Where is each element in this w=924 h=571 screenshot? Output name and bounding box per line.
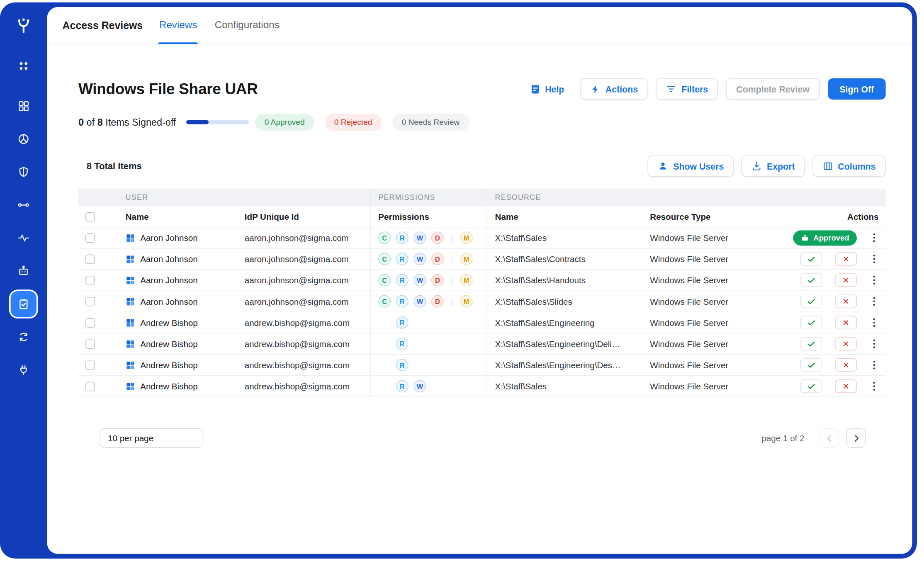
user-name: Aaron Johnson xyxy=(140,275,198,285)
show-users-button[interactable]: Show Users xyxy=(648,156,734,177)
export-button[interactable]: Export xyxy=(742,156,805,177)
row-menu-button[interactable] xyxy=(870,318,878,328)
sign-off-button[interactable]: Sign Off xyxy=(828,78,886,100)
prev-page-button[interactable] xyxy=(819,428,839,448)
permission-slot-w: W xyxy=(413,380,426,392)
row-menu-button[interactable] xyxy=(870,254,878,264)
sidebar-item-plug[interactable] xyxy=(11,357,37,383)
row-menu-button[interactable] xyxy=(870,360,878,370)
row-checkbox[interactable] xyxy=(85,339,95,349)
check-icon xyxy=(807,275,816,285)
reject-button[interactable] xyxy=(835,252,857,266)
x-icon xyxy=(842,255,849,262)
permission-slot-d xyxy=(431,316,444,329)
tab-reviews[interactable]: Reviews xyxy=(158,7,198,44)
row-menu-button[interactable] xyxy=(870,381,878,391)
permission-slot-m xyxy=(460,316,473,329)
row-checkbox[interactable] xyxy=(85,381,95,391)
row-menu-button[interactable] xyxy=(870,275,878,285)
per-page-select[interactable]: 10 per page xyxy=(100,428,203,448)
row-checkbox[interactable] xyxy=(85,360,95,370)
resource-name: X:\Staff\Sales xyxy=(487,376,645,397)
reject-button[interactable] xyxy=(835,337,857,351)
approve-button[interactable] xyxy=(800,316,822,330)
tab-configurations[interactable]: Configurations xyxy=(214,7,280,44)
permission-slot-w: W xyxy=(413,295,426,308)
permission-divider: | xyxy=(449,297,455,306)
table-row: Andrew Bishop andrew.bishop@sigma.com R … xyxy=(78,354,886,375)
approve-button[interactable] xyxy=(800,294,822,308)
pager: page 1 of 2 xyxy=(761,428,866,448)
complete-review-button[interactable]: Complete Review xyxy=(726,78,819,100)
permission-slot-w xyxy=(413,316,426,329)
approved-status-pill[interactable]: Approved xyxy=(793,230,857,245)
row-checkbox[interactable] xyxy=(85,296,95,306)
chevron-left-icon xyxy=(824,433,835,444)
row-menu-button[interactable] xyxy=(870,339,878,349)
group-header-resource: RESOURCE xyxy=(487,189,886,207)
kebab-icon xyxy=(873,381,875,391)
sidebar-item-apps[interactable] xyxy=(11,53,37,79)
approve-button[interactable] xyxy=(800,273,822,287)
x-icon xyxy=(842,319,849,326)
permission-slot-c xyxy=(378,359,391,371)
user-name: Andrew Bishop xyxy=(140,339,198,349)
columns-button[interactable]: Columns xyxy=(812,156,885,177)
x-icon xyxy=(842,340,849,347)
sidebar-item-integration[interactable] xyxy=(11,192,37,218)
row-checkbox[interactable] xyxy=(85,318,95,328)
actions-button[interactable]: Actions xyxy=(581,78,648,100)
sidebar-item-shield[interactable] xyxy=(11,159,37,185)
help-button[interactable]: Help xyxy=(526,83,568,95)
nav-tabs: ReviewsConfigurations xyxy=(158,7,280,44)
check-icon xyxy=(807,339,816,349)
approve-button[interactable] xyxy=(800,379,822,393)
sidebar-item-globe[interactable] xyxy=(11,126,37,152)
x-icon xyxy=(842,298,849,305)
reject-button[interactable] xyxy=(835,294,857,308)
permission-slot-r: R xyxy=(396,295,409,308)
table-row: Aaron Johnson aaron.johnson@sigma.com CR… xyxy=(78,248,886,269)
signed-off-label: Items Signed-off xyxy=(105,117,176,127)
user-idp-id: aaron.johnson@sigma.com xyxy=(245,227,370,248)
sidebar-item-activity[interactable] xyxy=(11,225,37,251)
row-checkbox[interactable] xyxy=(85,233,95,243)
permission-chip-m: M xyxy=(460,253,473,265)
reject-button[interactable] xyxy=(835,316,857,330)
total-items-label: 8 Total Items xyxy=(78,161,142,172)
pagination-row: 10 per page page 1 of 2 xyxy=(78,428,886,448)
row-menu-button[interactable] xyxy=(870,296,878,306)
permission-slot-c xyxy=(378,316,391,329)
sidebar-item-sync[interactable] xyxy=(11,324,37,350)
reject-button[interactable] xyxy=(835,273,857,287)
col-header-actions: Actions xyxy=(781,206,886,227)
permission-chip-r: R xyxy=(396,295,409,308)
windows-user-icon xyxy=(126,339,135,349)
permissions-cell: R xyxy=(370,333,487,354)
row-menu-button[interactable] xyxy=(870,233,878,243)
approve-button[interactable] xyxy=(800,337,822,351)
approve-button[interactable] xyxy=(800,358,822,372)
row-checkbox[interactable] xyxy=(85,254,95,264)
permission-chip-r: R xyxy=(396,231,409,244)
app-logo[interactable] xyxy=(11,13,37,39)
permission-slot-d xyxy=(431,380,444,392)
sidebar-item-bot[interactable] xyxy=(11,258,37,284)
permission-chip-r: R xyxy=(396,359,409,371)
reject-button[interactable] xyxy=(835,358,857,372)
reject-button[interactable] xyxy=(835,379,857,393)
permission-chip-r: R xyxy=(396,253,409,265)
permission-chip-c: C xyxy=(378,253,391,265)
select-all-checkbox[interactable] xyxy=(85,212,95,221)
export-label: Export xyxy=(767,161,795,171)
resource-name: X:\Staff\Sales\Contracts xyxy=(487,249,645,270)
sidebar-item-dashboard[interactable] xyxy=(11,93,37,119)
table-header-row: Name IdP Unique Id Permissions Name Reso… xyxy=(78,206,886,227)
filters-button[interactable]: Filters xyxy=(656,78,718,100)
permissions-cell: CRWD|M xyxy=(370,249,487,270)
next-page-button[interactable] xyxy=(846,428,866,448)
approve-button[interactable] xyxy=(800,252,822,266)
sidebar-item-review-clipboard[interactable] xyxy=(11,291,37,317)
chevron-right-icon xyxy=(851,433,861,444)
row-checkbox[interactable] xyxy=(85,275,95,285)
